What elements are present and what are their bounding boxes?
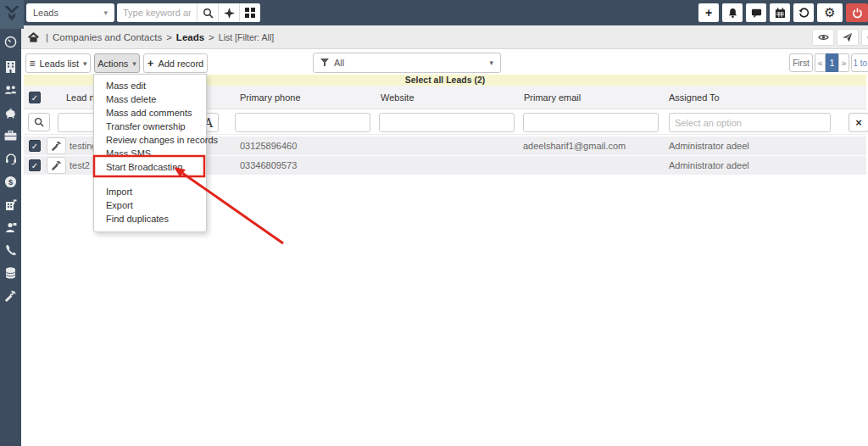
search-input[interactable]: [117, 3, 197, 22]
clear-filters-button[interactable]: ×: [849, 113, 868, 132]
wrench-icon: [52, 161, 61, 170]
cell-lead-name[interactable]: test2: [70, 160, 90, 170]
sidebar-item-tools[interactable]: [0, 287, 21, 305]
sidebar-item-companies[interactable]: [0, 195, 21, 214]
pagination-prev-button[interactable]: «: [815, 53, 826, 72]
send-button[interactable]: [837, 29, 859, 46]
headset-icon: [5, 153, 17, 164]
search-button[interactable]: [197, 3, 218, 22]
sidebar-item-dashboard[interactable]: [0, 32, 21, 51]
employee-icon: [5, 222, 17, 233]
sidebar-item-payments[interactable]: $: [0, 172, 21, 191]
database-icon: [5, 267, 16, 279]
filter-primary-email-input[interactable]: [523, 113, 659, 132]
building-icon: [5, 61, 16, 73]
wrench-icon: [52, 142, 61, 151]
leads-list-dropdown-button[interactable]: ≡ Leads list ▾: [25, 53, 91, 73]
menu-item-mass-add-comments[interactable]: Mass add comments: [94, 106, 206, 120]
cell-assigned-to: Administrator adeel: [669, 141, 749, 151]
breadcrumb-pipe: |: [46, 32, 48, 42]
menu-item-transfer-ownership[interactable]: Transfer ownership: [94, 120, 206, 133]
check-icon: ✓: [31, 161, 38, 170]
check-icon: ✓: [31, 93, 38, 103]
home-icon[interactable]: [28, 32, 39, 42]
menu-item-mass-delete[interactable]: Mass delete: [94, 92, 206, 106]
list-filter-select[interactable]: All ▾: [313, 53, 501, 73]
filter-website-input[interactable]: [379, 113, 515, 132]
history-button[interactable]: [793, 3, 814, 22]
sidebar-item-support[interactable]: [0, 149, 21, 168]
search-icon: [203, 8, 214, 19]
menu-item-export[interactable]: Export: [94, 198, 206, 212]
breadcrumb-section[interactable]: Companies and Contacts: [53, 32, 162, 42]
column-header-primary-phone[interactable]: Primary phone: [240, 92, 301, 103]
filter-assigned-to-input[interactable]: [669, 113, 831, 132]
row-edit-button[interactable]: [47, 137, 66, 154]
row-edit-button[interactable]: [47, 157, 66, 174]
app-logo[interactable]: [0, 0, 24, 29]
funnel-icon: [320, 59, 329, 67]
plus-icon: +: [147, 57, 154, 70]
wrench-icon: [5, 291, 16, 302]
chevron-down-icon: ▾: [132, 59, 136, 68]
app-menu-button[interactable]: [239, 3, 260, 22]
messages-button[interactable]: [746, 3, 766, 22]
select-all-checkbox[interactable]: ✓: [29, 92, 41, 103]
settings-button[interactable]: ⚙: [817, 3, 843, 22]
cell-primary-email: adeelsharif1@gmail.com: [523, 141, 626, 151]
menu-item-start-broadcasting[interactable]: Start Broadcasting: [94, 160, 206, 174]
web-button[interactable]: [861, 29, 868, 46]
logo-icon: [3, 5, 20, 24]
sidebar-item-hr[interactable]: [0, 218, 21, 237]
pagination-first-button[interactable]: First: [789, 53, 813, 72]
add-record-label: Add record: [158, 59, 203, 69]
sidebar-item-calls[interactable]: [0, 241, 21, 259]
menu-item-mass-edit[interactable]: Mass edit: [94, 79, 206, 92]
contacts-icon: [4, 85, 17, 96]
column-header-website[interactable]: Website: [381, 92, 415, 103]
column-header-primary-email[interactable]: Primary email: [524, 92, 581, 103]
pagination-next-button[interactable]: »: [838, 53, 849, 72]
star-icon: [224, 8, 235, 19]
global-search: [117, 3, 260, 22]
paper-plane-icon: [843, 32, 853, 42]
notifications-button[interactable]: [722, 3, 743, 22]
module-selector[interactable]: Leads ▾: [26, 3, 114, 22]
menu-item-review-changes[interactable]: Review changes in records: [94, 133, 206, 147]
add-record-button[interactable]: + Add record: [143, 53, 208, 73]
chevron-down-icon: ▾: [489, 59, 493, 67]
watch-button[interactable]: [812, 29, 834, 46]
sidebar: $: [0, 25, 21, 446]
actions-label: Actions: [97, 59, 128, 69]
svg-text:$: $: [8, 177, 14, 186]
sidebar-item-organizations[interactable]: [0, 58, 21, 76]
menu-item-import[interactable]: Import: [94, 185, 206, 198]
menu-item-mass-sms[interactable]: Mass SMS: [94, 147, 206, 160]
logout-button[interactable]: [846, 3, 868, 22]
breadcrumb-module[interactable]: Leads: [176, 32, 204, 42]
sidebar-item-deals[interactable]: [0, 103, 21, 122]
list-icon: ≡: [29, 58, 35, 70]
pagination-current-page[interactable]: 1: [826, 53, 838, 72]
actions-dropdown-button[interactable]: Actions ▾: [94, 53, 140, 73]
bell-icon: [727, 8, 738, 19]
cell-primary-phone: 03346809573: [240, 160, 297, 170]
calendar-button[interactable]: [770, 3, 790, 22]
history-icon: [798, 8, 810, 19]
grid-icon: [245, 8, 255, 18]
cell-primary-phone: 03125896460: [240, 141, 297, 151]
filter-value: All: [334, 58, 344, 68]
column-header-assigned-to[interactable]: Assigned To: [669, 92, 720, 103]
row-checkbox[interactable]: ✓: [29, 140, 41, 152]
column-search-button[interactable]: [28, 113, 50, 131]
quick-create-button[interactable]: +: [698, 3, 719, 22]
row-checkbox[interactable]: ✓: [29, 159, 41, 171]
advanced-search-button[interactable]: [218, 3, 239, 22]
topbar-right-actions: + ⚙: [698, 3, 868, 22]
gauge-icon: [4, 36, 17, 48]
sidebar-item-database[interactable]: [0, 264, 21, 282]
sidebar-item-projects[interactable]: [0, 126, 21, 145]
filter-primary-phone-input[interactable]: [235, 113, 370, 132]
sidebar-item-contacts[interactable]: [0, 81, 21, 99]
menu-item-find-duplicates[interactable]: Find duplicates: [94, 212, 206, 226]
